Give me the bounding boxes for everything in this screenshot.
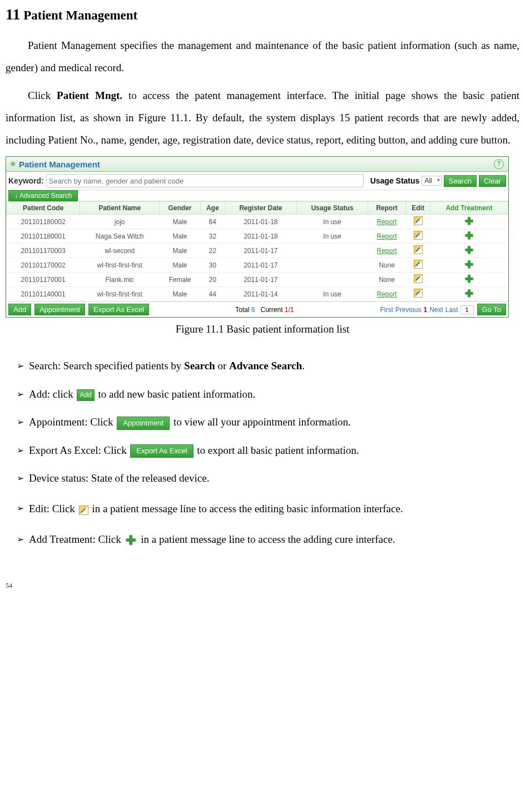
bullet-device-status: Device status: State of the released dev… (17, 470, 519, 487)
cell-usage: In use (297, 215, 368, 229)
cell-code: 201101180002 (7, 215, 80, 229)
cell-add: ✚ (430, 244, 508, 258)
col-add-treatment[interactable]: Add Treatment (430, 202, 508, 215)
cell-age: 44 (201, 287, 225, 301)
col-register-date[interactable]: Register Date (225, 202, 297, 215)
plus-icon[interactable]: ✚ (465, 288, 473, 299)
footer-bar: Add Appointment Export As Excel Total 6 … (6, 301, 508, 317)
para2-a: Click (28, 90, 57, 101)
plus-icon[interactable]: ✚ (465, 230, 473, 241)
cell-reg: 2011-01-17 (225, 273, 297, 287)
inline-appointment-button-icon: Appointment (117, 417, 170, 430)
appointment-button[interactable]: Appointment (34, 304, 85, 315)
edit-icon[interactable] (414, 260, 423, 269)
pager: First Previous 1 Next Last (380, 305, 473, 314)
cell-gender: Male (160, 215, 201, 229)
inline-add-button-icon: Add (77, 389, 94, 400)
help-icon[interactable]: ? (494, 159, 504, 169)
bullet-export-a: Export As Excel: Click (29, 444, 129, 456)
cell-edit (406, 258, 430, 273)
add-button[interactable]: Add (8, 304, 31, 315)
plus-icon[interactable]: ✚ (465, 245, 473, 256)
section-number: 11 (6, 6, 20, 23)
table-row: 201101180001Naga Sea WitchMale322011-01-… (7, 229, 508, 244)
page-number: 54 (6, 582, 519, 590)
report-link[interactable]: Report (377, 232, 397, 240)
inline-edit-icon (79, 506, 88, 515)
bullet-addtreat-b: in a patient message line to access the … (138, 533, 395, 545)
cell-report: Report (368, 244, 406, 258)
cell-gender: Male (160, 287, 201, 301)
usage-status-select[interactable]: All (422, 176, 441, 186)
col-gender[interactable]: Gender (160, 202, 201, 215)
cell-usage: In use (297, 229, 368, 244)
plus-icon[interactable]: ✚ (465, 259, 473, 270)
goto-button[interactable]: Go To (477, 304, 506, 315)
cell-age: 32 (201, 229, 225, 244)
cell-code: 201101170001 (7, 273, 80, 287)
col-report[interactable]: Report (368, 202, 406, 215)
report-link[interactable]: Report (377, 218, 397, 226)
bullet-addtreat-a: Add Treatment: Click (29, 533, 123, 545)
col-usage-status[interactable]: Usage Status (297, 202, 368, 215)
col-age[interactable]: Age (201, 202, 225, 215)
patient-table: Patient Code Patient Name Gender Age Reg… (6, 201, 508, 301)
cell-reg: 2011-01-17 (225, 244, 297, 258)
cell-code: 201101180001 (7, 229, 80, 244)
bullet-edit-b: in a patient message line to access the … (90, 503, 403, 514)
bullet-appt-a: Appointment: Click (29, 416, 116, 428)
search-row: Keyword: Usage Status All Search Clear (6, 172, 508, 190)
current-label: Current (261, 306, 283, 314)
footer-center: Total 6 Current 1/1 (152, 306, 377, 314)
snowflake-icon: ✳ (9, 159, 17, 169)
plus-icon[interactable]: ✚ (465, 216, 473, 227)
cell-reg: 2011-01-18 (225, 229, 297, 244)
table-row: 201101170001Flank.micFemale202011-01-17N… (7, 273, 508, 287)
cell-usage: In use (297, 287, 368, 301)
cell-gender: Female (160, 273, 201, 287)
bullet-export: Export As Excel: Click Export As Excel t… (17, 442, 519, 459)
advanced-search-button[interactable]: ↓ Advanced Search (8, 190, 78, 201)
bullet-list: Search: Search specified patients by Sea… (6, 358, 519, 548)
export-excel-button[interactable]: Export As Excel (88, 304, 149, 315)
table-row: 201101170002wl-first-first-firstMale3020… (7, 258, 508, 273)
cell-edit (406, 229, 430, 244)
report-link[interactable]: Report (377, 247, 397, 255)
edit-icon[interactable] (414, 216, 423, 225)
bullet-search-d: Advance Search (229, 360, 302, 372)
bullet-add-a: Add: click (29, 388, 76, 400)
bullet-appt-b: to view all your appointment information… (171, 416, 350, 428)
col-patient-code[interactable]: Patient Code (7, 202, 80, 215)
current-value: 1/1 (285, 306, 294, 314)
col-patient-name[interactable]: Patient Name (80, 202, 160, 215)
cell-edit (406, 273, 430, 287)
edit-icon[interactable] (414, 231, 423, 240)
cell-report: None (368, 258, 406, 273)
pager-previous[interactable]: Previous (395, 306, 422, 314)
search-button[interactable]: Search (444, 175, 477, 187)
pager-next[interactable]: Next (429, 306, 443, 314)
edit-icon[interactable] (414, 289, 423, 298)
report-link[interactable]: Report (377, 290, 397, 298)
clear-button[interactable]: Clear (479, 175, 506, 187)
pager-input[interactable] (460, 305, 474, 314)
edit-icon[interactable] (414, 245, 423, 254)
para2-bold: Patient Mngt. (57, 90, 122, 101)
cell-code: 201101170002 (7, 258, 80, 273)
report-none: None (379, 261, 395, 269)
cell-name: Flank.mic (80, 273, 160, 287)
plus-icon[interactable]: ✚ (465, 274, 473, 285)
keyword-input[interactable] (46, 174, 364, 187)
section-title: Patient Management (23, 8, 137, 22)
cell-usage (297, 258, 368, 273)
cell-edit (406, 244, 430, 258)
bullet-appointment: Appointment: Click Appointment to view a… (17, 414, 519, 430)
cell-edit (406, 287, 430, 301)
pager-first[interactable]: First (380, 306, 393, 314)
edit-icon[interactable] (414, 274, 423, 283)
pager-last[interactable]: Last (445, 306, 458, 314)
bullet-add-b: to add new basic patient information. (96, 388, 256, 400)
cell-add: ✚ (430, 287, 508, 301)
cell-name: jojo (80, 215, 160, 229)
col-edit[interactable]: Edit (406, 202, 430, 215)
